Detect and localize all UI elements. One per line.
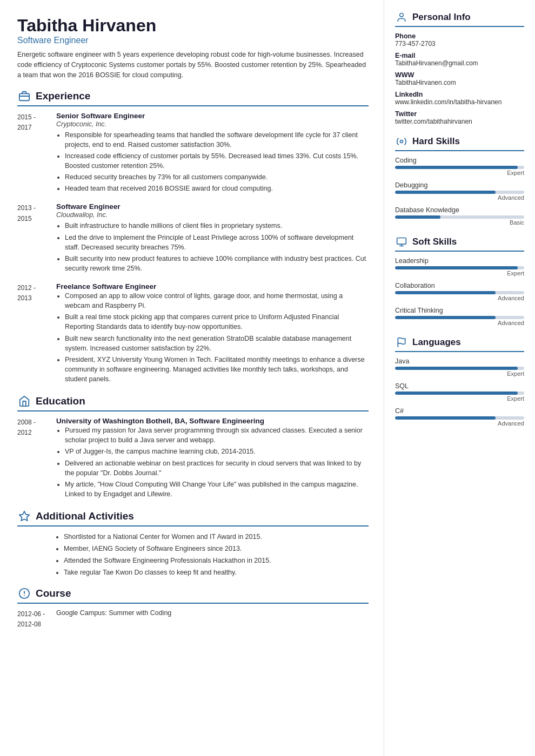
skill-bar-bg <box>395 166 524 169</box>
experience-entry: 2012 -2013 Freelance Software Engineer C… <box>17 282 369 386</box>
skill-bar-fill <box>395 316 496 319</box>
course-list: 2012-06 -2012-08 Google Campus: Summer w… <box>17 609 369 630</box>
skill-level: Expert <box>395 395 524 402</box>
entry-title: University of Washington Bothell, BA, So… <box>56 417 369 425</box>
info-item: Phone 773-457-2703 <box>395 32 524 48</box>
skill-bar-fill <box>395 191 496 194</box>
entry-content: Senior Software Engineer Cryptoconic, In… <box>56 112 369 195</box>
skill-bar-fill <box>395 367 518 370</box>
soft-skills-header: Soft Skills <box>395 235 524 252</box>
skill-bar-fill <box>395 291 496 294</box>
entry-dates: 2008 -2012 <box>17 417 56 501</box>
languages-list: Java Expert SQL Expert C# Advanced <box>395 357 524 427</box>
skill-level: Expert <box>395 270 524 276</box>
experience-list: 2015 -2017 Senior Software Engineer Cryp… <box>17 112 369 386</box>
personal-info-list: Phone 773-457-2703 E-mail TabithaHirvane… <box>395 32 524 125</box>
info-value: TabithaHirvanen.com <box>395 79 524 86</box>
info-label: E-mail <box>395 52 524 59</box>
personal-info-title: Personal Info <box>412 12 471 23</box>
skill-bar-fill <box>395 215 440 219</box>
info-value: 773-457-2703 <box>395 40 524 48</box>
info-label: Twitter <box>395 110 524 118</box>
skill-name: Coding <box>395 157 524 164</box>
candidate-summary: Energetic software engineer with 5 years… <box>17 50 369 80</box>
entry-company: Cryptoconic, Inc. <box>56 120 369 128</box>
experience-section-header: Experience <box>17 89 369 106</box>
left-column: Tabitha Hirvanen Software Engineer Energ… <box>0 0 384 756</box>
skill-level: Expert <box>395 170 524 176</box>
entry-dates: 2015 -2017 <box>17 112 56 195</box>
experience-icon <box>17 89 31 103</box>
skill-name: Java <box>395 357 524 365</box>
hard-skills-header: Hard Skills <box>395 135 524 151</box>
skill-name: Collaboration <box>395 282 524 289</box>
info-item: WWW TabithaHirvanen.com <box>395 71 524 86</box>
soft-skills-title: Soft Skills <box>412 237 457 247</box>
course-entry: 2012-06 -2012-08 Google Campus: Summer w… <box>17 609 369 630</box>
svg-point-6 <box>400 14 404 17</box>
skill-level: Advanced <box>395 295 524 301</box>
skill-item: Database Knowledge Basic <box>395 206 524 226</box>
list-item: President, XYZ University Young Women in… <box>65 355 369 384</box>
list-item: Built infrastructure to handle millions … <box>65 221 369 231</box>
info-item: E-mail TabithaHirvanen@gmail.com <box>395 52 524 67</box>
list-item: Delivered an actionable webinar on best … <box>65 458 369 478</box>
skill-item: Collaboration Advanced <box>395 282 524 301</box>
education-entry: 2008 -2012 University of Washington Both… <box>17 417 369 501</box>
course-label: Course <box>36 588 71 599</box>
list-item: Reduced security breaches by 73% for all… <box>65 172 369 182</box>
skill-bar-bg <box>395 266 524 269</box>
skill-bar-fill <box>395 166 518 169</box>
entry-bullets: Built infrastructure to handle millions … <box>56 221 369 273</box>
skill-item: Debugging Advanced <box>395 181 524 201</box>
list-item: Pursued my passion for Java server progr… <box>65 426 369 445</box>
info-value: twitter.com/tabithahirvanen <box>395 118 524 125</box>
education-list: 2008 -2012 University of Washington Both… <box>17 417 369 501</box>
info-label: WWW <box>395 71 524 79</box>
education-label: Education <box>36 395 85 407</box>
additional-label: Additional Activities <box>36 510 134 522</box>
list-item: Led the drive to implement the Principle… <box>65 233 369 252</box>
entry-company: Cloudwallop, Inc. <box>56 211 369 219</box>
entry-content: Software Engineer Cloudwallop, Inc. Buil… <box>56 202 369 275</box>
list-item: Take regular Tae Kwon Do classes to keep… <box>64 568 369 577</box>
list-item: Responsible for spearheading teams that … <box>65 130 369 150</box>
additional-list: Shortlisted for a National Center for Wo… <box>55 532 369 578</box>
skill-level: Advanced <box>395 194 524 201</box>
skill-bar-fill <box>395 266 518 269</box>
experience-entry: 2015 -2017 Senior Software Engineer Cryp… <box>17 112 369 195</box>
list-item: Composed an app to allow voice control o… <box>65 291 369 310</box>
hard-skills-list: Coding Expert Debugging Advanced Databas… <box>395 157 524 226</box>
list-item: VP of Jugger-Is, the campus machine lear… <box>65 447 369 456</box>
skill-bar-bg <box>395 316 524 319</box>
svg-point-7 <box>400 140 403 143</box>
resume-header: Tabitha Hirvanen Software Engineer Energ… <box>17 15 369 80</box>
education-section-header: Education <box>17 394 369 411</box>
entry-bullets: Responsible for spearheading teams that … <box>56 130 369 194</box>
skill-name: Leadership <box>395 257 524 265</box>
course-dates: 2012-06 -2012-08 <box>17 609 56 630</box>
svg-rect-0 <box>19 93 29 100</box>
info-label: LinkedIn <box>395 91 524 98</box>
svg-rect-8 <box>397 238 406 245</box>
info-value: TabithaHirvanen@gmail.com <box>395 59 524 67</box>
skill-bar-bg <box>395 291 524 294</box>
entry-dates: 2013 -2015 <box>17 202 56 275</box>
skill-item: SQL Expert <box>395 382 524 402</box>
info-value: www.linkedin.com/in/tabitha-hirvanen <box>395 98 524 106</box>
skill-level: Advanced <box>395 420 524 427</box>
skill-bar-bg <box>395 215 524 219</box>
list-item: My article, "How Cloud Computing Will Ch… <box>65 480 369 499</box>
candidate-title: Software Engineer <box>17 36 369 45</box>
skill-bar-bg <box>395 416 524 420</box>
candidate-name: Tabitha Hirvanen <box>17 15 369 36</box>
personal-info-header: Personal Info <box>395 11 524 27</box>
skill-item: Java Expert <box>395 357 524 377</box>
skill-level: Advanced <box>395 320 524 326</box>
skill-bar-bg <box>395 392 524 395</box>
hard-skills-icon <box>395 135 408 148</box>
hard-skills-title: Hard Skills <box>412 136 460 147</box>
course-name: Google Campus: Summer with Coding <box>56 609 171 630</box>
skill-level: Basic <box>395 219 524 226</box>
course-icon <box>17 586 31 600</box>
